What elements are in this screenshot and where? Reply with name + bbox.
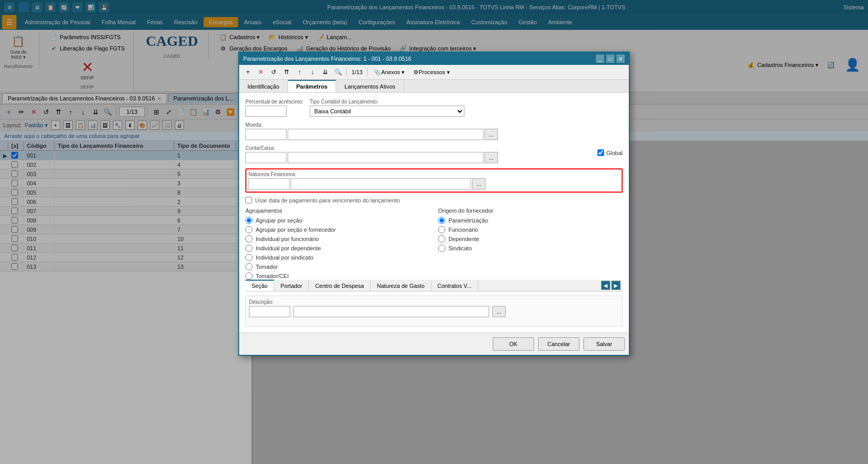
moeda-inputs: ... — [245, 129, 498, 140]
natureza-browse[interactable]: ... — [472, 178, 486, 190]
descricao-input-2[interactable] — [293, 306, 489, 317]
sub-tab-prev[interactable]: ◀ — [601, 281, 610, 290]
agrupamentos-title: Agrupamentos — [245, 208, 430, 214]
radio-individual-func-label: Individual por funcionário — [256, 236, 319, 242]
modal-annexes-btn[interactable]: 📎 Anexos ▾ — [370, 66, 408, 78]
footer-ok[interactable]: OK — [493, 337, 534, 351]
usar-data-label: Usar data de pagamento para vencimento d… — [255, 197, 400, 203]
tab-lancamentos-label: Lançamentos Ativos — [344, 83, 395, 90]
agrupamentos-section: Agrupamentos Agrupar por seção Agrupar p… — [245, 208, 430, 280]
radio-agrupar-secao-input[interactable] — [245, 217, 253, 224]
modal-content: Percentual de acréscimo: Tipo Contábil d… — [239, 93, 629, 333]
radio-dependente: Dependente — [438, 235, 623, 243]
sub-tab-portador[interactable]: Portador — [274, 280, 309, 291]
tipo-contabil-label: Tipo Contábil do Lançamento: — [310, 99, 623, 105]
modal-maximize[interactable]: □ — [606, 55, 614, 63]
natureza-input-2[interactable] — [291, 178, 471, 190]
descricao-label: Descrição: — [249, 299, 619, 305]
radio-individual-dep-label: Individual por dependente — [256, 245, 321, 251]
usar-data-checkbox[interactable] — [245, 197, 252, 203]
sub-tab-arrows: ◀ ▶ — [599, 280, 623, 291]
two-col-section: Agrupamentos Agrupar por seção Agrupar p… — [245, 208, 623, 280]
modal-title-bar: Parametrização dos Lançamentos Financeir… — [239, 53, 629, 65]
moeda-input-2[interactable] — [288, 129, 483, 140]
tipo-contabil-select[interactable]: Baixa Contábil Outra Opção — [310, 106, 464, 117]
radio-tomador-cei: Tomador/CEI — [245, 272, 430, 280]
natureza-section: Natureza Financeira: ... — [245, 168, 623, 193]
conta-input-2[interactable] — [288, 152, 483, 163]
moeda-input-1[interactable] — [245, 129, 287, 140]
footer-salvar[interactable]: Salvar — [583, 337, 625, 351]
sub-tab-natureza-label: Natureza de Gasto — [377, 283, 424, 289]
radio-tomador-input[interactable] — [245, 263, 253, 270]
modal-tb-add[interactable]: + — [242, 66, 254, 78]
modal-page: 1/13 — [349, 69, 364, 75]
radio-individual-sind: Individual por sindicato — [245, 254, 430, 261]
modal-tb-search[interactable]: 🔍 — [332, 66, 344, 78]
sub-tab-natureza[interactable]: Natureza de Gasto — [371, 280, 431, 291]
radio-tomador-cei-input[interactable] — [245, 272, 253, 280]
origem-title: Origem do fornecedor — [438, 208, 623, 214]
global-checkbox[interactable] — [597, 149, 604, 156]
percentual-input[interactable] — [245, 106, 287, 117]
natureza-label: Natureza Financeira: — [248, 171, 620, 177]
usar-data-row: Usar data de pagamento para vencimento d… — [245, 197, 623, 203]
modal-tb-up[interactable]: ↑ — [294, 66, 305, 78]
tab-parametros[interactable]: Parâmetros — [288, 80, 337, 92]
descricao-input-1[interactable] — [249, 306, 290, 317]
field-tipo-contabil: Tipo Contábil do Lançamento: Baixa Contá… — [310, 99, 623, 117]
modal-tb-refresh[interactable]: ↺ — [268, 66, 279, 78]
radio-sind-label: Sindicato — [448, 245, 472, 251]
sub-tab-centro-label: Centro de Despesa — [315, 283, 364, 289]
sub-tab-next[interactable]: ▶ — [611, 281, 621, 290]
radio-individual-func-input[interactable] — [245, 235, 253, 243]
modal-dialog: Parametrização dos Lançamentos Financeir… — [238, 51, 630, 356]
origem-group: Parametrização Funcionário Dependente — [438, 217, 623, 252]
radio-func-input[interactable] — [438, 226, 445, 233]
radio-individual-dep-input[interactable] — [245, 245, 253, 252]
footer-cancelar[interactable]: Cancelar — [538, 337, 579, 351]
modal-tb-up-top[interactable]: ⇈ — [281, 66, 292, 78]
origem-section: Origem do fornecedor Parametrização Func… — [438, 208, 623, 280]
radio-param-input[interactable] — [438, 217, 445, 224]
conta-inputs: ... — [245, 152, 591, 163]
descricao-browse[interactable]: ... — [492, 306, 506, 317]
modal-close[interactable]: ✕ — [616, 55, 625, 63]
modal-annexes-label: Anexos ▾ — [381, 69, 405, 76]
field-moeda: Moeda: ... — [245, 122, 498, 140]
radio-agrupar-secao-forn-input[interactable] — [245, 226, 253, 233]
sub-tab-contratos[interactable]: Contratos V... — [431, 280, 478, 291]
modal-tb-down-bottom[interactable]: ⇊ — [320, 66, 331, 78]
modal-processes-btn[interactable]: ⚙ Processos ▾ — [410, 66, 453, 78]
radio-agrupar-secao: Agrupar por seção — [245, 217, 430, 224]
desc-section: Descrição: ... — [245, 296, 623, 326]
radio-dep-input[interactable] — [438, 235, 445, 243]
radio-parametrizacao: Parametrização — [438, 217, 623, 224]
modal-sep — [346, 68, 347, 76]
radio-individual-func: Individual por funcionário — [245, 235, 430, 243]
percentual-label: Percentual de acréscimo: — [245, 99, 304, 105]
modal-footer: OK Cancelar Salvar — [239, 333, 629, 355]
field-percentual: Percentual de acréscimo: — [245, 99, 304, 117]
conta-browse[interactable]: ... — [485, 152, 498, 163]
modal-minimize[interactable]: _ — [596, 55, 604, 63]
modal-tb-down[interactable]: ↓ — [307, 66, 318, 78]
radio-sind-input[interactable] — [438, 245, 445, 252]
field-descricao: Descrição: ... — [249, 299, 619, 317]
sub-tab-centro[interactable]: Centro de Despesa — [309, 280, 371, 291]
radio-func-label: Funcionário — [448, 227, 478, 233]
radio-funcionario: Funcionário — [438, 226, 623, 233]
natureza-input-1[interactable] — [248, 178, 290, 190]
radio-agrupar-secao-forn-label: Agrupar por seção e fornecedor — [256, 227, 336, 233]
sub-tab-secao[interactable]: Seção — [245, 280, 274, 291]
radio-individual-sind-input[interactable] — [245, 254, 253, 261]
tab-identificacao[interactable]: Identificação — [239, 80, 288, 92]
form-row-1: Percentual de acréscimo: Tipo Contábil d… — [245, 99, 623, 117]
modal-tb-cancel[interactable]: ✕ — [255, 66, 266, 78]
tab-identificacao-label: Identificação — [247, 83, 279, 90]
radio-tomador-label: Tomador — [256, 264, 278, 270]
conta-input-1[interactable] — [245, 152, 287, 163]
moeda-browse[interactable]: ... — [485, 129, 498, 140]
modal-annexes-icon: 📎 — [374, 69, 381, 76]
tab-lancamentos[interactable]: Lançamentos Ativos — [336, 80, 404, 92]
